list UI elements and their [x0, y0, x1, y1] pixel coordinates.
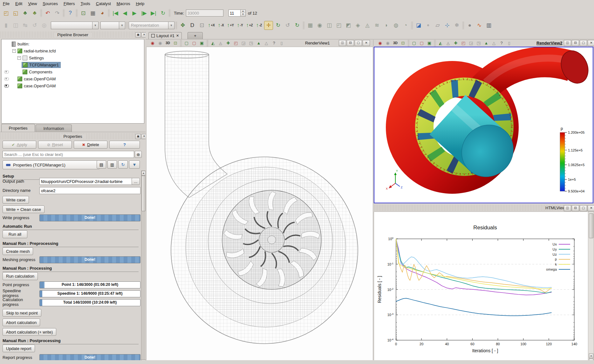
reset-camera-icon[interactable]: ✥ — [178, 21, 187, 30]
scroll-up-icon[interactable]: ▲ — [141, 171, 146, 176]
select-polygon-icon[interactable]: ◭ — [209, 39, 216, 46]
renderview2-label[interactable]: RenderView2 — [536, 41, 562, 45]
split-vertical-button[interactable]: ⊟ — [572, 40, 579, 46]
grow-selection-icon[interactable]: ▲ — [255, 39, 262, 46]
dock-float-icon[interactable]: ▣ — [135, 32, 141, 37]
output-path-field[interactable] — [39, 178, 132, 185]
clear-selection-icon[interactable]: ▯ — [506, 39, 513, 46]
rotate-90-ccw-icon[interactable]: ↺ — [283, 21, 292, 30]
representation-dropdown[interactable]: Representation ▼ — [129, 22, 174, 29]
set-view-minus-z-button[interactable]: ↑-Z — [255, 21, 263, 30]
calculator-filter-icon[interactable]: ▦ — [306, 21, 315, 30]
save-state-icon[interactable]: ♣ — [30, 9, 39, 17]
browse-output-path-button[interactable]: ... — [132, 178, 140, 185]
pipeline-item-case-openfoam[interactable]: case.OpenFOAM — [2, 83, 144, 89]
visibility-eye-icon[interactable] — [4, 70, 9, 74]
scroll-up-icon[interactable]: ▲ — [589, 354, 593, 358]
reload-properties-icon[interactable]: ↻ — [118, 160, 128, 169]
pipeline-tree[interactable]: builtin:−radial-turbine.tcfd−SettingsTCF… — [1, 39, 144, 124]
menu-edit[interactable]: Edit — [12, 1, 25, 7]
frame-spinbox[interactable]: ▲▼ — [229, 10, 246, 17]
color-palette-icon[interactable]: ◕ — [98, 9, 107, 17]
toggle-3d-icon[interactable]: 3D — [392, 39, 399, 46]
selection-help-icon[interactable]: ? — [498, 39, 505, 46]
select-frustum-cells-icon[interactable]: ▣ — [426, 39, 433, 46]
menu-file[interactable]: File — [0, 1, 12, 7]
stream-tracer-filter-icon[interactable]: ≋ — [372, 21, 381, 30]
shrink-selection-icon[interactable]: △ — [263, 39, 270, 46]
directory-name-field[interactable] — [39, 187, 140, 194]
save-animation-icon[interactable]: ▦ — [88, 9, 97, 17]
link-camera-icon[interactable]: ◉ — [157, 39, 164, 46]
tab-information[interactable]: Information — [36, 125, 72, 132]
grow-selection-icon[interactable]: ▲ — [483, 39, 490, 46]
last-frame-icon[interactable]: ▶| — [149, 9, 158, 17]
next-frame-icon[interactable]: |▶ — [140, 9, 148, 17]
select-block-icon[interactable]: ◬ — [217, 39, 224, 46]
set-view-minus-x-button[interactable]: ↑-X — [216, 21, 225, 30]
close-view-button[interactable]: ✕ — [588, 205, 594, 211]
search-options-gear-icon[interactable]: ⊛ — [135, 151, 142, 158]
center-axes-toggle-icon[interactable]: ✛ — [264, 21, 273, 30]
maximize-view-button[interactable]: ▢ — [355, 40, 362, 46]
open-file-icon[interactable]: ◰ — [2, 9, 10, 17]
warp-filter-icon[interactable]: ◗ — [382, 21, 391, 30]
threshold-filter-icon[interactable]: ◩ — [344, 21, 353, 30]
interact-points-icon[interactable]: ∘ — [424, 21, 433, 30]
rescale-custom-icon[interactable]: ↺ — [30, 21, 39, 30]
close-view-button[interactable]: ✕ — [588, 40, 594, 46]
rescale-visible-icon[interactable]: ◎ — [40, 21, 49, 30]
menu-help[interactable]: Help — [133, 1, 147, 7]
toggle-color-legend-icon[interactable]: ▮ — [2, 21, 10, 30]
edit-color-map-icon[interactable]: ◫ — [11, 21, 20, 30]
htmlview-titlebar[interactable]: HTMLView1 ◫⊟▢✕ — [374, 205, 593, 211]
scrollbar-thumb[interactable] — [589, 213, 593, 238]
group-datasets-filter-icon[interactable]: ◍ — [392, 21, 400, 30]
paste-properties-icon[interactable]: ▥ — [107, 160, 117, 169]
capture-view-icon[interactable]: ⊡ — [172, 39, 179, 46]
measurement-icon[interactable]: ⊹ — [443, 21, 452, 30]
stack-widget-icon[interactable]: ▥ — [484, 21, 493, 30]
maximize-view-button[interactable]: ▢ — [580, 205, 587, 211]
help-icon[interactable]: ? — [66, 9, 75, 17]
select-surface-cells-icon[interactable]: ▢ — [411, 39, 418, 46]
select-block-icon[interactable]: ◬ — [445, 39, 452, 46]
write-clean-case-button[interactable]: Write + Clean case — [3, 206, 44, 213]
selection-display-icon[interactable]: ◪ — [414, 21, 423, 30]
split-vertical-button[interactable]: ⊟ — [572, 205, 579, 211]
frame-value-input[interactable] — [229, 10, 240, 16]
update-report-button[interactable]: Update report — [3, 345, 35, 352]
rescale-data-range-icon[interactable]: ↹ — [21, 21, 30, 30]
properties-titlebar[interactable]: Properties ▣ ✕ — [0, 133, 146, 139]
spline-widget-icon[interactable]: ∿ — [475, 21, 484, 30]
properties-combo-header[interactable]: Properties (TCFDManager1) — [3, 160, 100, 169]
properties-scrollbar[interactable]: ▲ ▼ — [141, 171, 146, 364]
interact-cells-icon[interactable]: ▱ — [433, 21, 442, 30]
split-horizontal-button[interactable]: ◫ — [564, 40, 571, 46]
undo-icon[interactable]: ↶ — [43, 9, 52, 17]
menu-sources[interactable]: Sources — [40, 1, 61, 7]
component-dropdown[interactable]: ▼ — [100, 22, 125, 29]
create-mesh-button[interactable]: Create mesh — [3, 247, 33, 255]
loop-icon[interactable]: ↻ — [159, 9, 167, 17]
snap-icon[interactable]: ❄ — [452, 21, 461, 30]
shrink-selection-icon[interactable]: △ — [490, 39, 497, 46]
tree-expander-icon[interactable]: − — [12, 49, 16, 53]
toggle-3d-icon[interactable]: 3D — [164, 39, 171, 46]
clip-filter-icon[interactable]: ◫ — [325, 21, 334, 30]
pipeline-item-tcfdmanager1[interactable]: TCFDManager1 — [2, 62, 144, 68]
split-horizontal-button[interactable]: ◫ — [564, 205, 571, 211]
tab-properties[interactable]: Properties — [1, 124, 35, 132]
contour-filter-icon[interactable]: ◉ — [315, 21, 324, 30]
maximize-view-button[interactable]: ▢ — [580, 40, 587, 46]
search-input[interactable] — [3, 151, 134, 158]
split-horizontal-button[interactable]: ◫ — [339, 40, 346, 46]
set-view-plus-x-button[interactable]: ↑+X — [207, 21, 216, 30]
abort-calculation-write-button[interactable]: Abort calculation (+ write) — [3, 328, 56, 336]
adjust-camera-icon[interactable]: ◉ — [377, 39, 384, 46]
run-calculation-button[interactable]: Run calculation — [3, 272, 38, 280]
first-frame-icon[interactable]: |◀ — [111, 9, 120, 17]
menu-filters[interactable]: Filters — [61, 1, 78, 7]
select-surface-cells-icon[interactable]: ▢ — [183, 39, 190, 46]
visibility-eye-icon[interactable] — [4, 84, 9, 88]
